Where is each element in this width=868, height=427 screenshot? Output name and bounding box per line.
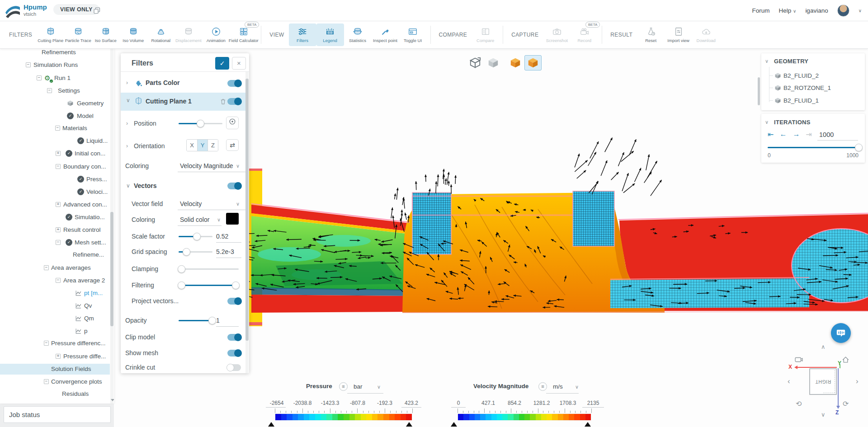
close-button[interactable]: × <box>232 57 246 70</box>
filters-toggle-button[interactable]: Filters <box>289 23 316 46</box>
unit-select[interactable]: m/s <box>553 383 563 390</box>
apply-button[interactable]: ✓ <box>215 57 229 70</box>
tree-scrollbar-thumb[interactable] <box>110 212 113 326</box>
forum-link[interactable]: Forum <box>752 7 770 14</box>
pan-right-button[interactable]: › <box>856 377 859 386</box>
cutting-plane-toggle[interactable] <box>227 98 241 105</box>
collapse-icon[interactable]: − <box>56 278 61 283</box>
tree-row[interactable]: +Result control <box>0 225 110 235</box>
tree-row[interactable]: +Advanced con... <box>0 199 110 210</box>
chevron-down-icon[interactable]: ∨ <box>126 97 130 103</box>
tree-row[interactable]: p <box>0 326 110 337</box>
geometry-item[interactable]: B2_ROTZONE_1 <box>783 84 831 91</box>
viewport-scrollbar-thumb[interactable] <box>758 77 760 105</box>
animation-button[interactable]: Animation <box>202 23 230 46</box>
tree-row[interactable]: ✓Press... <box>0 174 110 185</box>
collapse-icon[interactable]: − <box>44 341 49 346</box>
chevron-down-icon[interactable]: ∨ <box>765 119 769 125</box>
pan-left-button[interactable]: ‹ <box>788 377 790 386</box>
rotational-button[interactable]: Rotational <box>147 23 175 46</box>
copy-icon[interactable] <box>94 7 100 14</box>
flip-orientation-button[interactable]: ⇄ <box>226 139 239 151</box>
rotate-cw-button[interactable]: ⟳ <box>843 399 849 408</box>
legend-max-handle[interactable] <box>585 422 591 427</box>
home-view-icon[interactable] <box>842 356 849 363</box>
avatar[interactable] <box>837 5 849 17</box>
scale-factor-value[interactable]: 0.52 <box>216 233 228 240</box>
tree-row[interactable]: +✓Initial con... <box>0 148 110 159</box>
tree-row[interactable]: Residuals <box>0 389 110 399</box>
expand-icon[interactable]: + <box>56 151 61 156</box>
tree-row[interactable]: −Area average 2 <box>0 275 110 286</box>
vectors-toggle[interactable] <box>227 183 241 189</box>
scale-factor-slider[interactable] <box>179 236 212 237</box>
tree-row[interactable]: −Convergence plots <box>0 376 110 387</box>
tree-row[interactable]: Refinements <box>0 49 110 58</box>
unit-select[interactable]: bar <box>354 383 363 390</box>
opacity-value[interactable]: 1 <box>216 317 220 324</box>
parts-color-toggle[interactable] <box>227 80 241 87</box>
rotate-ccw-button[interactable]: ⟲ <box>796 399 802 408</box>
tree-row-pt[interactable]: pt [m... <box>0 288 110 299</box>
tree-row[interactable]: +Pressure diffe... <box>0 351 110 362</box>
import-view-button[interactable]: Import view <box>665 23 692 46</box>
toggle-ui-button[interactable]: Toggle UI <box>399 23 427 46</box>
iso-volume-button[interactable]: Iso Volume <box>119 23 147 46</box>
collapse-icon[interactable]: − <box>56 164 61 169</box>
tree-row[interactable]: Qm <box>0 313 110 324</box>
account-chevron-down-icon[interactable]: ∨ <box>859 8 862 13</box>
help-menu[interactable]: Help ∨ <box>779 7 797 14</box>
legend-menu-icon[interactable]: ≡ <box>538 382 547 391</box>
legend-menu-icon[interactable]: ≡ <box>339 382 348 391</box>
tree-row[interactable]: Qv <box>0 300 110 311</box>
job-status-bar[interactable]: Job status <box>4 406 111 423</box>
chevron-down-icon[interactable]: ∨ <box>765 58 769 64</box>
expand-icon[interactable]: + <box>56 227 61 232</box>
collapse-icon[interactable]: − <box>56 240 61 245</box>
wireframe-cube-button[interactable] <box>487 57 500 69</box>
geometry-item[interactable]: B2_FLUID_2 <box>783 72 819 79</box>
expand-icon[interactable]: + <box>56 202 61 207</box>
project-vectors-toggle[interactable] <box>227 298 241 305</box>
tree-row[interactable]: ✓Model <box>0 111 110 122</box>
particle-trace-button[interactable]: Particle Trace <box>64 23 92 46</box>
solid-color-swatch[interactable] <box>226 213 239 225</box>
tree-row[interactable]: Refineme... <box>0 249 110 260</box>
solid-cube-button[interactable] <box>509 57 522 69</box>
tree-row[interactable]: −Boundary con... <box>0 161 110 172</box>
legend-max-handle[interactable] <box>406 422 412 427</box>
collapse-icon[interactable]: − <box>47 88 52 93</box>
show-mesh-toggle[interactable] <box>227 350 241 357</box>
legend-toggle-button[interactable]: Legend <box>316 23 344 46</box>
tree-row[interactable]: Geometry <box>0 98 110 109</box>
pan-down-button[interactable]: ∨ <box>821 411 826 418</box>
textured-cube-button-selected[interactable] <box>524 55 542 70</box>
inspect-point-button[interactable]: Inspect point <box>372 23 399 46</box>
clip-model-toggle[interactable] <box>227 334 241 341</box>
collapse-icon[interactable]: − <box>44 265 49 270</box>
crinkle-cut-toggle[interactable] <box>227 364 241 371</box>
chevron-down-icon[interactable]: ∨ <box>126 183 130 189</box>
grid-spacing-slider[interactable] <box>179 251 212 253</box>
trash-icon[interactable] <box>219 98 227 105</box>
vectors-row[interactable]: ∨ Vectors <box>121 178 245 194</box>
tree-row-solution-fields-selected[interactable]: Solution Fields <box>0 364 110 375</box>
step-prev-button[interactable]: ← <box>779 130 787 139</box>
tree-row-run1[interactable]: −⚙✓Run 1 <box>0 73 110 84</box>
pan-up-button[interactable]: ∧ <box>821 343 826 350</box>
opacity-slider[interactable] <box>179 320 212 321</box>
filters-scrollbar-thumb[interactable] <box>245 79 249 341</box>
step-first-button[interactable]: ⇤ <box>768 130 774 139</box>
tree-row[interactable]: ✓Simulatio... <box>0 212 110 223</box>
tree-row[interactable]: ✓Liquid... <box>0 136 110 146</box>
axis-x-button[interactable]: X <box>187 140 197 151</box>
geometry-item[interactable]: B2_FLUID_1 <box>783 97 819 104</box>
tree-row[interactable]: −Materials <box>0 123 110 134</box>
parts-color-row[interactable]: › Parts Color <box>121 75 245 93</box>
filtering-range-slider[interactable] <box>179 285 239 286</box>
iteration-value-input[interactable]: 1000 <box>819 131 834 138</box>
tree-row[interactable]: −Pressure differenc... <box>0 338 110 349</box>
chat-bubble-button[interactable] <box>831 323 851 343</box>
reset-button[interactable]: Reset <box>637 23 665 46</box>
statistics-button[interactable]: Statistics <box>344 23 372 46</box>
